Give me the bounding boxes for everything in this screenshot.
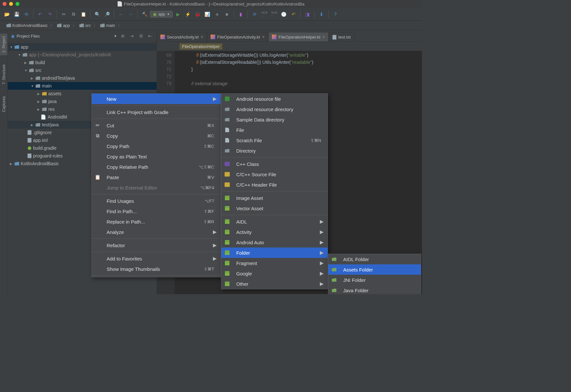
editor-tab[interactable]: SecondActivity.kt× [157, 32, 207, 41]
forward-icon[interactable]: → [126, 10, 135, 18]
tree-row[interactable]: ▶build [8, 59, 157, 66]
menu-android-auto[interactable]: Android Auto▶ [221, 237, 328, 248]
menu-vector-asset[interactable]: Vector Asset [221, 203, 328, 213]
structure-icon[interactable]: ◨ [303, 10, 312, 18]
sync-icon[interactable]: ⟲ [22, 10, 30, 18]
menu-scratch-file[interactable]: Scratch File⇧⌘N [221, 135, 328, 145]
run-icon[interactable]: ▶ [174, 10, 182, 18]
menu-aidl-folder[interactable]: AIDL Folder [328, 254, 421, 264]
hide-icon[interactable]: ⇤ [147, 33, 153, 39]
close-icon[interactable]: × [262, 34, 264, 40]
build-icon[interactable]: 🔨 [140, 10, 149, 18]
menu-copy-path[interactable]: Copy Path⇧⌘C [92, 141, 221, 151]
project-tool-tab[interactable]: 1: Project [0, 34, 7, 55]
editor-breadcrumb[interactable]: FileOperationHelper [180, 43, 222, 50]
menu-google[interactable]: Google▶ [221, 268, 328, 279]
save-icon[interactable]: 💾 [12, 10, 21, 18]
menu-add-favorites[interactable]: Add to Favorites▶ [92, 253, 221, 264]
menu-android-resource-dir[interactable]: Android resource directory [221, 104, 328, 114]
close-icon[interactable]: × [322, 34, 325, 40]
tree-row[interactable]: ▼app [8, 43, 157, 51]
menu-cpp-source[interactable]: C/C++ Source File [221, 169, 328, 179]
attach-icon[interactable]: ⎆ [213, 10, 221, 18]
structure-tool-tab[interactable]: 7: Structure [0, 62, 7, 87]
kotlin-icon [272, 35, 276, 39]
menu-find-usages[interactable]: Find Usages⌥F7 [92, 196, 221, 206]
breadcrumb[interactable]: main [100, 23, 115, 28]
sync-gradle-icon[interactable]: ⟳ [251, 10, 259, 18]
tree-row-selected[interactable]: ▼main [8, 82, 157, 90]
redo-icon[interactable]: ↷ [46, 10, 54, 18]
menu-copy-rel[interactable]: Copy Relative Path⌥⇧⌘C [92, 162, 221, 172]
menu-link-cpp[interactable]: Link C++ Project with Gradle [92, 107, 221, 117]
copy-icon[interactable]: ⧉ [69, 10, 78, 18]
collapse-icon[interactable]: ⇥ [129, 33, 135, 39]
menu-paste[interactable]: 📋Paste⌘V [92, 172, 221, 182]
menu-fragment[interactable]: Fragment▶ [221, 258, 328, 268]
minimize-window-button[interactable] [9, 2, 13, 6]
menu-new-directory[interactable]: Directory [221, 145, 328, 156]
paste-icon[interactable]: 📋 [79, 10, 87, 18]
close-window-button[interactable] [3, 2, 6, 6]
menu-android-resource-file[interactable]: Android resource file [221, 94, 328, 104]
find-icon[interactable]: 🔍 [93, 10, 101, 18]
debug-icon[interactable]: 🐞 [193, 10, 202, 18]
captures-tool-tab[interactable]: Captures [0, 94, 7, 115]
tree-label: test/java [42, 122, 59, 127]
stop-icon[interactable]: ■ [223, 10, 231, 18]
cut-icon[interactable]: ✂ [60, 10, 68, 18]
back-icon[interactable]: ← [117, 10, 125, 18]
menu-replace-in-path[interactable]: Replace in Path...⇧⌘R [92, 216, 221, 227]
menu-other[interactable]: Other▶ [221, 279, 328, 289]
menu-image-asset[interactable]: Image Asset [221, 193, 328, 203]
vcs-revert-icon[interactable]: ↶ [289, 10, 298, 18]
open-icon[interactable]: 📂 [3, 10, 11, 18]
menu-sample-data-dir[interactable]: Sample Data directory [221, 114, 328, 125]
vcs-commit-icon[interactable]: VCS↑ [270, 10, 278, 18]
menu-jni-folder[interactable]: JNI Folder [328, 275, 421, 285]
menu-cpp-header[interactable]: C/C++ Header File [221, 179, 328, 190]
menu-refactor[interactable]: Refactor▶ [92, 240, 221, 250]
editor-tab[interactable]: test.txt [329, 32, 354, 41]
menu-find-in-path[interactable]: Find in Path...⇧⌘F [92, 206, 221, 216]
menu-analyze[interactable]: Analyze▶ [92, 227, 221, 237]
menu-copy[interactable]: ⧉Copy⌘C [92, 131, 221, 141]
run-config-selector[interactable]: ▣ app ▼ [150, 11, 173, 17]
help-icon[interactable]: ? [331, 10, 340, 18]
menu-activity[interactable]: Activity▶ [221, 227, 328, 237]
vcs-history-icon[interactable]: 🕐 [280, 10, 288, 18]
menu-folder[interactable]: Folder▶ [221, 248, 328, 258]
menu-java-folder[interactable]: Java Folder [328, 285, 421, 294]
breadcrumb[interactable]: KotlinAndroidBasic [6, 23, 48, 28]
menu-cut[interactable]: ✂Cut⌘X [92, 120, 221, 131]
replace-icon[interactable]: 🔎 [103, 10, 111, 18]
folder-icon [57, 24, 62, 27]
close-icon[interactable]: × [201, 34, 203, 40]
menu-copy-plain[interactable]: Copy as Plain Text [92, 151, 221, 162]
sdk-icon[interactable]: ⬇ [317, 10, 326, 18]
tree-row[interactable]: ▼app (~/Desktop/android_projects/Kotlin/… [8, 51, 157, 59]
tree-row[interactable]: ▼src [8, 66, 157, 74]
menu-new-file[interactable]: File [221, 125, 328, 135]
undo-icon[interactable]: ↶ [36, 10, 44, 18]
menu-assets-folder[interactable]: Assets Folder [328, 264, 421, 275]
cut-icon: ✂ [94, 122, 101, 129]
menu-jump-external[interactable]: Jump to External Editor⌥⌘F4 [92, 182, 221, 193]
menu-show-thumbs[interactable]: Show Image Thumbnails⇧⌘T [92, 264, 221, 274]
maximize-window-button[interactable] [16, 2, 19, 6]
gear-icon[interactable]: ⚙ [138, 33, 144, 39]
project-view-selector[interactable]: ◉ Project Files ▼ [11, 34, 117, 39]
tree-row[interactable]: ▶androidTest/java [8, 74, 157, 82]
scroll-to-source-icon[interactable]: ⊕ [120, 33, 126, 39]
breadcrumb[interactable]: src [79, 23, 91, 28]
menu-aidl[interactable]: AIDL▶ [221, 216, 328, 227]
breadcrumb[interactable]: app [57, 23, 70, 28]
menu-cpp-class[interactable]: C++ Class [221, 159, 328, 169]
menu-new[interactable]: New▶ [92, 94, 221, 104]
vcs-update-icon[interactable]: VCS↓ [260, 10, 269, 18]
profile-icon[interactable]: 📊 [203, 10, 212, 18]
avd-icon[interactable]: ▮ [237, 10, 245, 18]
editor-tab-active[interactable]: FileOperationHelper.kt× [268, 32, 329, 41]
apply-changes-icon[interactable]: ⚡ [184, 10, 192, 18]
editor-tab[interactable]: FileOperationActivity.kt× [207, 32, 268, 41]
